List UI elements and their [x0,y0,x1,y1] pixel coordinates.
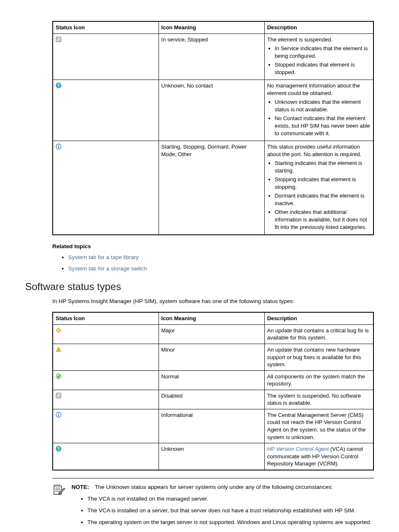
description-cell: No management information about the elem… [264,80,373,141]
section-intro: In HP Systems Insight Manager (HP SIM), … [52,298,374,305]
description-cell: An update that contains new hardware sup… [264,344,373,371]
note-lead: The Unknown status appears for server sy… [95,484,333,490]
icon-meaning-cell: Disabled [159,390,264,409]
software-status-types-heading: Software status types [25,280,374,293]
description-cell: This status provides useful information … [264,141,373,235]
icon-meaning-cell: Unknown [159,443,264,470]
description-cell: An update that contains a critical bug f… [264,324,373,344]
note-label: NOTE: [72,484,89,490]
suspended-icon [53,390,159,409]
related-topics-list: System tab for a tape library System tab… [52,254,374,272]
table-row: In service, StoppedThe element is suspen… [53,33,373,80]
related-topics-heading: Related topics [52,243,374,250]
icon-meaning-cell: Informational [159,409,264,443]
table-row: Unknown, No contactNo management informa… [53,80,373,141]
info-icon [53,409,159,443]
major-icon [53,324,159,344]
th2-description: Description [264,312,373,324]
th2-status-icon: Status Icon [53,312,159,324]
note-icon [52,483,66,531]
normal-icon [53,370,159,390]
desc-bullet: In Service indicates that the element is… [275,45,371,59]
info-icon [53,141,159,235]
desc-bullet: No Contact indicates that the element ex… [275,115,371,137]
description-cell: HP Version Control Agent (VCA) cannot co… [264,443,373,470]
table-row: NormalAll components on the system match… [53,370,373,390]
vca-link[interactable]: HP Version Control Agent [267,446,329,452]
note-bullet: The VCA is not installed on the managed … [87,495,374,503]
th2-icon-meaning: Icon Meaning [159,312,264,324]
th-status-icon: Status Icon [53,21,159,33]
table-row: UnknownHP Version Control Agent (VCA) ca… [53,443,373,470]
description-cell: All components on the system match the r… [264,370,373,390]
icon-meaning-cell: In service, Stopped [159,33,264,80]
table-row: InformationalThe Central Management Serv… [53,409,373,443]
unknown-icon [53,443,159,470]
desc-bullet: Unknown indicates that the element statu… [275,98,371,113]
desc-bullet: Stopped indicates that element is stoppe… [275,61,371,76]
desc-bullet: Stopping indicates that element is stopp… [275,176,371,190]
table-row: MajorAn update that contains a critical … [53,324,373,344]
th-icon-meaning: Icon Meaning [159,21,264,33]
status-table-2: Status Icon Icon Meaning Description Maj… [52,312,374,470]
table-row: DisabledThe system is suspended. No soft… [53,390,373,409]
status-table-1: Status Icon Icon Meaning Description In … [52,21,374,235]
unknown-icon [53,80,159,141]
desc-bullet: Starting indicates that the element is s… [275,159,371,174]
th-description: Description [264,21,373,33]
link-storage-switch[interactable]: System tab for a storage switch [68,265,147,272]
link-tape-library[interactable]: System tab for a tape library [68,254,139,260]
icon-meaning-cell: Minor [159,344,264,371]
icon-meaning-cell: Normal [159,370,264,390]
note-bullet: The operating system on the target serve… [87,519,374,526]
description-cell: The Central Management Server (CMS) coul… [264,409,373,443]
icon-meaning-cell: Major [159,324,264,344]
desc-bullet: Dormant indicates that the element is in… [275,192,371,207]
note-bullet: The VCA is installed on a server, but th… [87,507,374,514]
suspended-icon [53,33,159,80]
icon-meaning-cell: Starting, Stopping, Dormant, Power Mode,… [159,141,264,235]
desc-bullet: Other indicates that additional informat… [275,208,371,231]
icon-meaning-cell: Unknown, No contact [159,80,264,141]
description-cell: The system is suspended. No software sta… [264,390,373,409]
note-list: The VCA is not installed on the managed … [72,495,374,527]
note-block: NOTE: The Unknown status appears for ser… [52,478,374,531]
minor-icon [53,344,159,371]
table-row: Starting, Stopping, Dormant, Power Mode,… [53,141,373,235]
table-row: MinorAn update that contains new hardwar… [53,344,373,371]
description-cell: The element is suspended.In Service indi… [264,33,373,80]
